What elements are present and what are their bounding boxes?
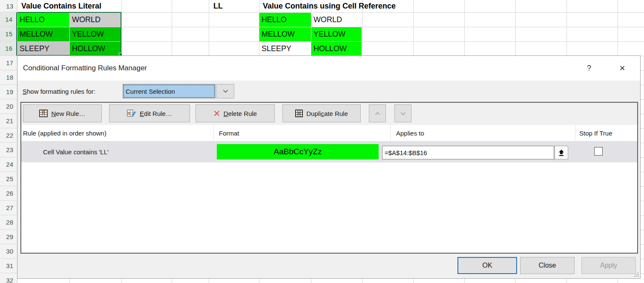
- rules-list-header: Rule (applied in order shown) Format App…: [21, 125, 637, 141]
- cell-g14[interactable]: WORLD: [311, 13, 362, 27]
- edit-rule-pencil-icon: [127, 110, 136, 117]
- row-header-20[interactable]: 20: [0, 99, 17, 114]
- stop-if-true-checkbox[interactable]: [594, 147, 603, 156]
- edit-rule-button[interactable]: Edit Rule…: [109, 104, 190, 122]
- row-header-column: 1314151617181920212223242526272829303132: [0, 0, 17, 283]
- move-rule-down-button[interactable]: [394, 104, 411, 122]
- chevron-down-icon: [223, 90, 228, 93]
- collapse-dialog-button[interactable]: [555, 146, 568, 159]
- column-header-stop: Stop If True: [575, 125, 622, 141]
- row-header-18[interactable]: 18: [0, 70, 17, 85]
- rule-description: Cell Value contains 'LL': [43, 141, 109, 162]
- row-header-28[interactable]: 28: [0, 215, 17, 230]
- row-header-24[interactable]: 24: [0, 157, 17, 172]
- show-rules-label: Show formatting rules for:: [23, 84, 95, 98]
- row-header-19[interactable]: 19: [0, 85, 17, 99]
- column-header-applies: Applies to: [390, 125, 575, 141]
- rule-row-selected[interactable]: Cell Value contains 'LL' AaBbCcYyZz: [21, 141, 637, 162]
- close-button[interactable]: Close: [520, 257, 575, 274]
- cell-f13-header[interactable]: Value Contains using Cell Reference: [261, 0, 396, 12]
- resize-grip[interactable]: [633, 271, 639, 277]
- row-header-25[interactable]: 25: [0, 172, 17, 186]
- cell-g16[interactable]: HOLLOW: [311, 42, 362, 56]
- applies-to-input[interactable]: [382, 146, 554, 159]
- collapse-range-arrow-icon: [558, 149, 564, 156]
- row-header-21[interactable]: 21: [0, 114, 17, 128]
- row-header-17[interactable]: 17: [0, 56, 17, 70]
- row-header-15[interactable]: 15: [0, 27, 17, 41]
- move-rule-up-button[interactable]: [369, 104, 386, 122]
- show-rules-dropdown[interactable]: Current Selection: [123, 84, 234, 98]
- new-rule-table-icon: [39, 110, 48, 117]
- cell-a13-header[interactable]: Value Contains Literal: [19, 0, 101, 12]
- show-rules-selected-value[interactable]: Current Selection: [123, 84, 216, 98]
- delete-rule-button[interactable]: Delete Rule: [196, 104, 275, 122]
- column-header-format: Format: [213, 125, 390, 141]
- duplicate-rule-table-icon: [295, 110, 303, 117]
- selection-range-border: [17, 12, 121, 56]
- row-header-32[interactable]: 32: [0, 273, 17, 283]
- rules-toolbar: New Rule… Edit Rule…: [21, 103, 637, 125]
- row-header-23[interactable]: 23: [0, 143, 17, 157]
- column-header-rule: Rule (applied in order shown): [21, 125, 213, 141]
- close-icon[interactable]: ✕: [613, 56, 632, 81]
- chevron-down-icon: [400, 112, 406, 116]
- row-header-27[interactable]: 27: [0, 201, 17, 215]
- excel-app: Value Contains Literal LL Value Contains…: [0, 0, 644, 283]
- row-header-30[interactable]: 30: [0, 244, 17, 259]
- cell-e13-ll[interactable]: LL: [211, 0, 223, 12]
- cell-f16[interactable]: SLEEPY: [259, 42, 311, 56]
- delete-x-icon: [213, 110, 220, 117]
- duplicate-rule-button[interactable]: Duplicate Rule: [282, 104, 361, 122]
- cf-rules-manager-dialog: Conditional Formatting Rules Manager ? ✕…: [17, 55, 641, 279]
- cell-f15[interactable]: MELLOW: [259, 27, 311, 41]
- row-header-26[interactable]: 26: [0, 186, 17, 201]
- cell-g15[interactable]: YELLOW: [311, 27, 362, 41]
- dialog-titlebar[interactable]: Conditional Formatting Rules Manager ? ✕: [17, 56, 640, 81]
- row-header-16[interactable]: 16: [0, 41, 17, 56]
- row-header-29[interactable]: 29: [0, 230, 17, 244]
- help-icon[interactable]: ?: [580, 56, 598, 81]
- apply-button[interactable]: Apply: [581, 257, 636, 274]
- row-header-31[interactable]: 31: [0, 259, 17, 273]
- ok-button[interactable]: OK: [457, 257, 517, 274]
- chevron-up-icon: [375, 112, 380, 116]
- row-header-13[interactable]: 13: [0, 0, 17, 12]
- new-rule-button[interactable]: New Rule…: [23, 104, 102, 122]
- dialog-title: Conditional Formatting Rules Manager: [17, 64, 147, 72]
- row-header-22[interactable]: 22: [0, 128, 17, 143]
- rule-format-preview: AaBbCcYyZz: [217, 144, 379, 159]
- cell-f14[interactable]: HELLO: [259, 13, 311, 27]
- rules-panel: New Rule… Edit Rule…: [20, 102, 638, 254]
- dropdown-arrow-button[interactable]: [216, 84, 234, 98]
- row-header-14[interactable]: 14: [0, 12, 17, 27]
